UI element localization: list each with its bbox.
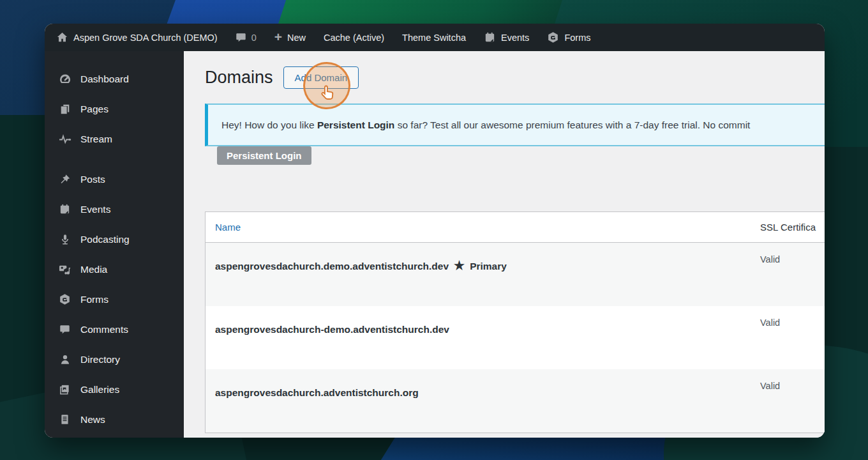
table-row[interactable]: aspengrovesdachurch.demo.adventistchurch…: [206, 243, 825, 306]
sidebar-label: Pages: [80, 103, 108, 115]
add-domain-button[interactable]: Add Domain: [283, 66, 359, 89]
domain-name: aspengrovesdachurch-demo.adventistchurch…: [215, 324, 449, 335]
pages-icon: [58, 103, 71, 115]
adminbar-comments[interactable]: 0: [227, 32, 266, 43]
sidebar-item-podcasting[interactable]: Podcasting: [45, 224, 184, 254]
persistent-login-badge: Persistent Login: [217, 146, 311, 165]
new-label: New: [287, 33, 306, 43]
plus-icon: +: [274, 30, 282, 43]
notice-plugin-name: Persistent Login: [317, 119, 394, 130]
forms-label: Forms: [564, 33, 590, 43]
pulse-icon: [58, 133, 71, 146]
domain-name: aspengrovesdachurch.demo.adventistchurch…: [215, 261, 449, 272]
sidebar-label: Events: [80, 204, 110, 215]
column-header-ssl: SSL Certifica: [760, 212, 825, 242]
sidebar-group-separator: [45, 154, 184, 164]
adminbar-theme-switcher[interactable]: Theme Switcha: [393, 33, 475, 43]
domain-name: aspengrovesdachurch.adventistchurch.org: [215, 387, 419, 399]
adminbar-site-menu[interactable]: Aspen Grove SDA Church (DEMO): [56, 31, 227, 43]
events-label: Events: [501, 33, 529, 43]
sidebar-label: Directory: [80, 354, 120, 365]
sidebar-label: Forms: [80, 294, 108, 305]
decorative-background: Aspen Grove SDA Church (DEMO) 0 + New Ca…: [0, 0, 868, 460]
gauge-icon: [58, 73, 71, 86]
cache-label: Cache (Active): [324, 33, 384, 43]
calendar-icon: [58, 203, 71, 215]
admin-sidebar: Dashboard Pages Stream: [45, 51, 184, 438]
comments-icon: [58, 324, 71, 335]
admin-bar: Aspen Grove SDA Church (DEMO) 0 + New Ca…: [45, 24, 825, 51]
sidebar-item-directory[interactable]: Directory: [45, 344, 184, 374]
sidebar-item-galleries[interactable]: Galleries: [45, 374, 184, 404]
document-icon: [58, 414, 71, 425]
adminbar-forms[interactable]: Forms: [538, 31, 599, 43]
ssl-status: Valid: [760, 369, 825, 433]
person-icon: [58, 354, 71, 365]
comments-icon: [236, 32, 246, 43]
sidebar-item-news[interactable]: News: [45, 404, 184, 434]
home-icon: [56, 31, 68, 43]
table-header-row: Name SSL Certifica: [206, 212, 825, 243]
table-row[interactable]: aspengrovesdachurch-demo.adventistchurch…: [206, 306, 825, 369]
wordpress-admin-window: Aspen Grove SDA Church (DEMO) 0 + New Ca…: [45, 24, 825, 438]
sidebar-item-dashboard[interactable]: Dashboard: [45, 64, 184, 94]
adminbar-cache[interactable]: Cache (Active): [315, 33, 393, 43]
sidebar-item-stream[interactable]: Stream: [45, 124, 184, 154]
sidebar-label: Galleries: [80, 384, 119, 395]
main-content: Domains Add Domain Hey! How do you like …: [184, 51, 825, 438]
sidebar-label: Media: [80, 264, 107, 275]
page-title: Domains: [205, 68, 273, 88]
ssl-status: Valid: [760, 306, 825, 369]
site-name: Aspen Grove SDA Church (DEMO): [73, 33, 218, 43]
domains-table: Name SSL Certifica aspengrovesdachurch.d…: [205, 211, 825, 433]
microphone-icon: [58, 234, 71, 245]
notice-text-prefix: Hey! How do you like: [221, 119, 317, 130]
adminbar-new-button[interactable]: + New: [266, 31, 315, 43]
sidebar-item-comments[interactable]: Comments: [45, 314, 184, 344]
sidebar-label: Podcasting: [80, 234, 130, 245]
sidebar-item-events[interactable]: Events: [45, 194, 184, 224]
hexagon-g-icon: [58, 293, 71, 305]
sidebar-item-posts[interactable]: Posts: [45, 164, 184, 194]
sidebar-label: Posts: [80, 174, 105, 185]
adminbar-events[interactable]: Events: [475, 31, 538, 43]
comment-count: 0: [251, 33, 257, 43]
calendar-icon: [484, 31, 496, 43]
sidebar-label: Comments: [80, 324, 128, 335]
sidebar-label: Stream: [80, 134, 112, 145]
ssl-status: Valid: [760, 243, 825, 306]
star-icon: ★: [454, 259, 465, 272]
sidebar-item-forms[interactable]: Forms: [45, 284, 184, 314]
gallery-icon: [58, 383, 71, 395]
notice-text-suffix: so far? Test all our awesome premium fea…: [394, 119, 750, 130]
hexagon-g-icon: [547, 31, 559, 43]
sidebar-label: News: [80, 414, 105, 425]
sidebar-label: Dashboard: [80, 73, 129, 85]
sidebar-item-media[interactable]: Media: [45, 254, 184, 284]
theme-switcher-label: Theme Switcha: [402, 33, 466, 43]
persistent-login-notice: Hey! How do you like Persistent Login so…: [205, 103, 825, 146]
media-icon: [58, 263, 71, 275]
table-row[interactable]: aspengrovesdachurch.adventistchurch.org …: [206, 369, 825, 433]
column-header-name[interactable]: Name: [206, 212, 760, 242]
pushpin-icon: [58, 174, 71, 185]
primary-label: Primary: [470, 261, 507, 272]
sidebar-item-pages[interactable]: Pages: [45, 94, 184, 124]
